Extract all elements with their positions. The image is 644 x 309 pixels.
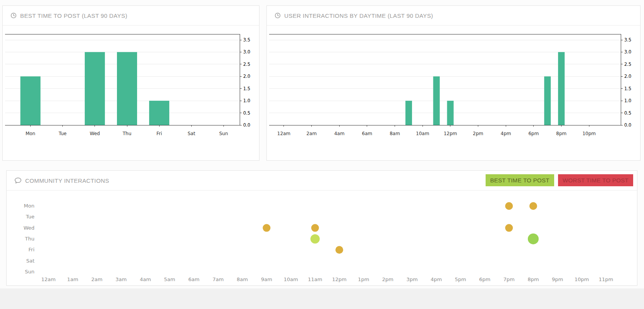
hour-label: 2am xyxy=(91,276,103,282)
best-time-chart-area: 0.00.51.01.52.02.53.03.5MonTueWedThuFriS… xyxy=(3,26,259,143)
x-tick-label: Thu xyxy=(122,131,132,136)
y-tick-label: 0.5 xyxy=(624,110,631,116)
y-tick-label: 2.0 xyxy=(243,74,250,79)
scatter-point-interaction xyxy=(505,224,513,232)
hour-label: 4pm xyxy=(431,276,442,282)
y-tick-label: 0.5 xyxy=(243,110,250,116)
worst-time-to-post-badge[interactable]: WORST TIME TO POST xyxy=(558,174,633,186)
hour-label: 9pm xyxy=(552,276,563,282)
scatter-point-interaction xyxy=(311,224,319,232)
y-tick-label: 1.0 xyxy=(243,98,250,103)
x-tick-label: 2am xyxy=(306,131,317,136)
clock-icon xyxy=(10,12,17,19)
hour-label: 10am xyxy=(283,276,298,282)
x-tick-label: 8am xyxy=(390,131,400,136)
hour-label: 8am xyxy=(237,276,248,282)
bar xyxy=(544,76,551,125)
panel-title: BEST TIME TO POST (LAST 90 DAYS) xyxy=(20,12,127,19)
y-tick-label: 3.5 xyxy=(624,37,631,43)
hour-label: 11pm xyxy=(599,276,613,282)
scatter-point-interaction xyxy=(263,224,270,232)
x-tick-label: Sun xyxy=(219,131,228,136)
x-tick-label: 10pm xyxy=(582,131,596,136)
x-tick-label: Mon xyxy=(26,131,35,136)
best-time-bar-chart: 0.00.51.01.52.02.53.03.5MonTueWedThuFriS… xyxy=(3,26,260,142)
day-label: Mon xyxy=(24,203,34,209)
y-tick-label: 1.5 xyxy=(243,86,250,91)
hour-label: 5am xyxy=(164,276,175,282)
hour-label: 6pm xyxy=(479,276,490,282)
hour-label: 9am xyxy=(261,276,272,282)
page-footer-strip xyxy=(0,288,644,309)
dashboard-page: { "chart_data": [ { "type": "bar", "titl… xyxy=(0,0,644,309)
hour-label: 4am xyxy=(140,276,151,282)
bar xyxy=(433,76,440,125)
community-chart-area: MonTueWedThuFriSatSun12am1am2am3am4am5am… xyxy=(7,191,637,289)
x-tick-label: Tue xyxy=(58,131,67,136)
x-tick-label: 8pm xyxy=(556,131,567,136)
panel-header: USER INTERACTIONS BY DAYTIME (LAST 90 DA… xyxy=(267,6,640,26)
hour-label: 3am xyxy=(115,276,127,282)
x-tick-label: Wed xyxy=(90,131,100,136)
day-label: Fri xyxy=(29,247,35,252)
y-tick-label: 2.5 xyxy=(243,62,250,67)
hour-label: 6am xyxy=(188,276,199,282)
daytime-chart-area: 0.00.51.01.52.02.53.03.512am2am4am6am8am… xyxy=(267,26,640,143)
scatter-point-best-time xyxy=(311,234,320,244)
panel-header: BEST TIME TO POST (LAST 90 DAYS) xyxy=(3,6,259,26)
hour-label: 12am xyxy=(41,276,55,282)
bar xyxy=(85,52,105,125)
bar xyxy=(21,76,41,125)
panel-title: USER INTERACTIONS BY DAYTIME (LAST 90 DA… xyxy=(284,12,433,19)
scatter-point-interaction xyxy=(335,246,343,254)
hour-label: 7am xyxy=(213,276,224,282)
x-tick-label: 4am xyxy=(334,131,345,136)
scatter-point-interaction xyxy=(529,202,537,210)
day-label: Thu xyxy=(25,236,34,242)
y-tick-label: 2.5 xyxy=(624,62,631,67)
hour-label: 3pm xyxy=(406,276,417,282)
interactions-by-daytime-panel: USER INTERACTIONS BY DAYTIME (LAST 90 DA… xyxy=(266,5,641,161)
legend: BEST TIME TO POST WORST TIME TO POST xyxy=(486,174,633,186)
scatter-point-best-time xyxy=(528,233,539,244)
x-tick-label: 6am xyxy=(362,131,373,136)
hour-label: 1am xyxy=(67,276,78,282)
hour-label: 7pm xyxy=(503,276,515,282)
community-scatter-chart: MonTueWedThuFriSatSun12am1am2am3am4am5am… xyxy=(7,191,638,287)
bar xyxy=(117,52,137,125)
clock-icon xyxy=(275,12,281,19)
y-tick-label: 0.0 xyxy=(243,122,250,128)
hour-label: 10pm xyxy=(574,276,589,282)
panel-title: COMMUNITY INTERACTIONS xyxy=(25,177,109,184)
bar xyxy=(405,101,412,125)
x-tick-label: Fri xyxy=(156,131,162,136)
y-tick-label: 1.5 xyxy=(624,86,631,91)
hour-label: 12pm xyxy=(332,276,346,282)
x-tick-label: 6pm xyxy=(528,131,539,136)
hour-label: 1pm xyxy=(358,276,369,282)
bar xyxy=(149,101,169,125)
day-label: Sat xyxy=(26,258,34,264)
y-tick-label: 3.0 xyxy=(243,49,250,55)
y-tick-label: 0.0 xyxy=(624,122,631,128)
scatter-point-interaction xyxy=(505,202,513,210)
x-tick-label: 10am xyxy=(416,131,429,136)
bar xyxy=(447,101,453,125)
x-tick-label: 2pm xyxy=(473,131,483,136)
best-time-to-post-badge[interactable]: BEST TIME TO POST xyxy=(486,174,554,186)
x-tick-label: 12am xyxy=(277,131,290,136)
x-tick-label: Sat xyxy=(187,131,195,136)
comment-icon xyxy=(14,177,22,184)
bar xyxy=(558,52,565,125)
day-label: Wed xyxy=(24,225,34,231)
hour-label: 5pm xyxy=(455,276,466,282)
y-tick-label: 3.5 xyxy=(243,37,250,43)
day-label: Sun xyxy=(25,269,34,275)
x-tick-label: 12pm xyxy=(444,131,457,136)
day-label: Tue xyxy=(26,214,34,220)
hour-label: 2pm xyxy=(382,276,393,282)
hour-label: 11am xyxy=(308,276,322,282)
community-interactions-panel: COMMUNITY INTERACTIONS BEST TIME TO POST… xyxy=(6,170,637,286)
y-tick-label: 1.0 xyxy=(624,98,631,103)
daytime-bar-chart: 0.00.51.01.52.02.53.03.512am2am4am6am8am… xyxy=(267,26,641,142)
